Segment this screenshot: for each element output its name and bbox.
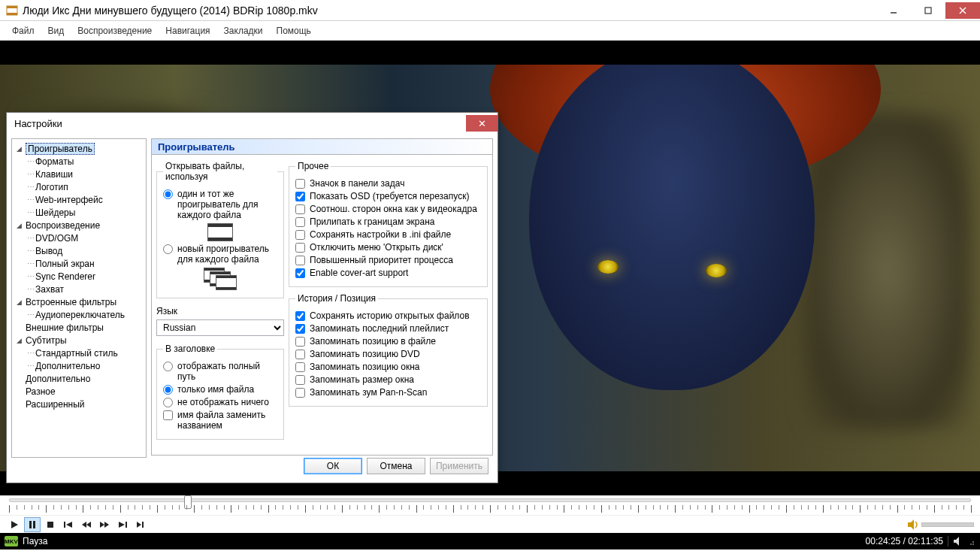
check-hist-filepos[interactable]: Запоминать позицию в файле [295, 336, 481, 347]
tree-keys[interactable]: ⋯Клавиши [14, 168, 144, 180]
tree-substd[interactable]: ⋯Стандартный стиль [14, 347, 144, 359]
open-files-group: Открывать файлы, используя один и тот же… [156, 161, 284, 298]
player-controls [0, 515, 980, 533]
video-area[interactable]: Настройки ✕ ◢Проигрыватель ⋯Форматы ⋯Кла… [0, 41, 980, 495]
volume-slider[interactable] [921, 522, 974, 527]
history-group: История / Позиция Сохранять историю откр… [289, 293, 488, 407]
prev-button[interactable] [60, 517, 77, 532]
svg-rect-1 [7, 6, 17, 8]
check-hist-winsize[interactable]: Запоминать размер окна [295, 374, 481, 385]
window-title: Люди Икс Дни минувшего будущего (2014) B… [23, 5, 876, 17]
grip-icon[interactable] [966, 536, 975, 546]
svg-marker-12 [66, 522, 72, 528]
check-hist-pnszoom[interactable]: Запоминать зум Pan-n-Scan [295, 387, 481, 398]
menu-file[interactable]: Файл [6, 23, 41, 38]
open-files-legend: Открывать файлы, используя [163, 161, 277, 182]
svg-marker-22 [954, 537, 959, 546]
step-button[interactable] [132, 517, 149, 532]
radio-same-player[interactable]: один и тот же проигрыватель для каждого … [163, 189, 277, 220]
tree-fullscreen[interactable]: ⋯Полный экран [14, 257, 144, 270]
forward-button[interactable] [96, 517, 113, 532]
pause-button[interactable] [24, 517, 41, 532]
dialog-title: Настройки [7, 118, 466, 129]
tree-player[interactable]: ◢Проигрыватель [14, 142, 144, 155]
radio-title-none[interactable]: не отображать ничего [163, 397, 277, 407]
format-badge: MKV [5, 536, 18, 546]
tree-audiosw[interactable]: ⋯Аудиопереключатель [14, 308, 144, 321]
radio-new-player[interactable]: новый проигрыватель для каждого файла [163, 244, 277, 265]
check-tray[interactable]: Значок в панели задач [295, 178, 481, 189]
tree-capture[interactable]: ⋯Захват [14, 283, 144, 295]
tree-logo[interactable]: ⋯Логотип [14, 180, 144, 193]
speaker-icon [906, 518, 920, 531]
dialog-titlebar[interactable]: Настройки ✕ [7, 113, 498, 134]
check-priority[interactable]: Повышенный приоритет процесса [295, 255, 481, 265]
svg-point-25 [972, 541, 974, 543]
maximize-button[interactable] [911, 2, 945, 19]
tree-internal[interactable]: ◢Встроенные фильтры [14, 295, 144, 308]
check-hist-winpos[interactable]: Запоминать позицию окна [295, 362, 481, 372]
svg-rect-10 [47, 522, 53, 528]
tree-subs[interactable]: ◢Субтитры [14, 334, 144, 347]
other-legend: Прочее [295, 161, 331, 171]
same-player-icon [207, 223, 233, 241]
tree-output[interactable]: ⋯Вывод [14, 244, 144, 257]
tree-formats[interactable]: ⋯Форматы [14, 155, 144, 168]
check-opendisc[interactable]: Отключить меню 'Открыть диск' [295, 242, 481, 253]
title-legend: В заголовке [163, 344, 217, 354]
other-group: Прочее Значок в панели задач Показать OS… [289, 161, 488, 287]
check-title-replace[interactable]: имя файла заменить названием [163, 410, 277, 431]
mute-button[interactable] [906, 518, 920, 531]
language-select[interactable]: Russian [156, 319, 284, 336]
radio-title-full[interactable]: отображать полный путь [163, 361, 277, 382]
time-ruler [9, 505, 971, 514]
minimize-button[interactable] [876, 2, 911, 19]
check-hist-keep[interactable]: Сохранять историю открытых файлов [295, 310, 481, 321]
speaker-icon [953, 536, 963, 546]
tree-subadd[interactable]: ⋯Дополнительно [14, 359, 144, 372]
menu-nav[interactable]: Навигация [159, 23, 216, 38]
svg-rect-2 [7, 13, 17, 15]
tree-webui[interactable]: ⋯Web-интерфейс [14, 193, 144, 206]
menu-bookmarks[interactable]: Закладки [218, 23, 269, 38]
next-button[interactable] [114, 517, 131, 532]
close-button[interactable] [945, 2, 980, 19]
tree-dvd[interactable]: ⋯DVD/OGM [14, 232, 144, 244]
tree-external[interactable]: ◢Внешние фильтры [14, 321, 144, 334]
time-display: 00:24:25 / 02:11:35 [866, 536, 943, 546]
svg-rect-18 [126, 522, 127, 528]
check-aspect[interactable]: Соотнош. сторон окна как у видеокадра [295, 204, 481, 214]
check-snap[interactable]: Прилипать к границам экрана [295, 216, 481, 227]
tree-additional[interactable]: ◢Дополнительно [14, 372, 144, 385]
svg-marker-19 [137, 522, 141, 528]
check-coverart[interactable]: Enable cover-art support [295, 268, 481, 278]
svg-rect-8 [29, 521, 32, 528]
seek-track[interactable] [9, 498, 971, 502]
tree-advanced[interactable]: ◢Расширенный [14, 398, 144, 410]
apply-button[interactable]: Применить [430, 458, 488, 474]
seek-area[interactable] [0, 495, 980, 515]
check-osd[interactable]: Показать OSD (требуется перезапуск) [295, 191, 481, 201]
menu-view[interactable]: Вид [42, 23, 71, 38]
cancel-button[interactable]: Отмена [367, 458, 425, 474]
panel-header: Проигрыватель [151, 138, 493, 155]
radio-title-name[interactable]: только имя файла [163, 384, 277, 395]
tree-misc[interactable]: ◢Разное [14, 385, 144, 398]
play-button[interactable] [6, 517, 23, 532]
tree-playback[interactable]: ◢Воспроизведение [14, 219, 144, 232]
tree-sync[interactable]: ⋯Sync Renderer [14, 270, 144, 283]
stop-button[interactable] [42, 517, 59, 532]
svg-point-23 [972, 543, 974, 545]
tree-shaders[interactable]: ⋯Шейдеры [14, 206, 144, 219]
check-hist-dvdpos[interactable]: Запоминать позицию DVD [295, 349, 481, 359]
check-hist-playlist[interactable]: Запоминать последний плейлист [295, 323, 481, 334]
new-player-icon [204, 268, 237, 290]
settings-tree[interactable]: ◢Проигрыватель ⋯Форматы ⋯Клавиши ⋯Логоти… [11, 138, 147, 458]
check-ini[interactable]: Сохранять настройки в .ini файле [295, 229, 481, 240]
menu-play[interactable]: Воспроизведение [71, 23, 158, 38]
ok-button[interactable]: ОК [304, 458, 362, 474]
rewind-button[interactable] [78, 517, 95, 532]
title-group: В заголовке отображать полный путь тольк… [156, 344, 284, 440]
dialog-close-button[interactable]: ✕ [466, 115, 498, 132]
menu-help[interactable]: Помощь [271, 23, 317, 38]
